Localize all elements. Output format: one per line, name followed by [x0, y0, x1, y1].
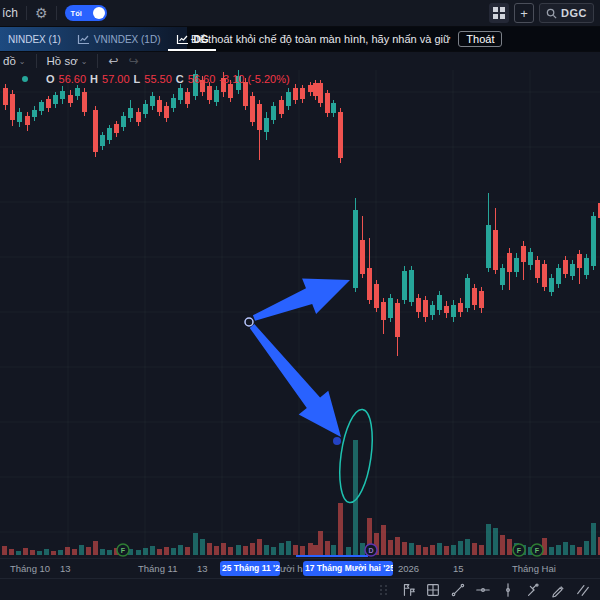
divider — [26, 6, 27, 20]
pitchfork-tool-icon[interactable] — [524, 581, 542, 599]
volume-bar — [264, 545, 269, 555]
volume-bar — [193, 533, 198, 555]
pen-tool-icon[interactable] — [549, 581, 567, 599]
volume-bar — [308, 543, 313, 555]
volume-bar — [437, 543, 442, 555]
horizontal-line-tool-icon[interactable] — [474, 581, 492, 599]
volume-bar — [185, 547, 190, 555]
volume-bar — [9, 549, 14, 555]
time-axis[interactable]: Tháng 1013Tháng 1113Mười hai202615Tháng … — [0, 558, 600, 578]
candle-body — [121, 116, 126, 127]
volume-bar — [178, 545, 183, 555]
highlighted-date-chip[interactable]: 17 Tháng Mười hai '25 — [303, 561, 393, 576]
vertical-line-tool-icon[interactable] — [499, 581, 517, 599]
volume-bar — [257, 539, 262, 555]
candle-body — [150, 96, 155, 106]
volume-bar — [79, 545, 84, 555]
candle-body — [528, 252, 533, 265]
volume-bar — [500, 535, 505, 555]
trend-line-tool-icon[interactable] — [449, 581, 467, 599]
volume-bar — [313, 545, 318, 555]
candle-body — [556, 268, 561, 284]
candle-body — [338, 112, 343, 158]
exit-fullscreen-button[interactable]: Thoát — [458, 31, 502, 47]
volume-bar — [214, 546, 219, 555]
divider — [36, 54, 37, 68]
candle-body — [185, 92, 190, 104]
candle-body — [200, 80, 205, 92]
chart-menu[interactable]: đồ ⌄ — [3, 55, 26, 67]
profile-menu[interactable]: Hồ sơ ⌄ — [47, 55, 88, 67]
arrow-annotation[interactable] — [250, 324, 341, 437]
candle-body — [279, 100, 284, 114]
grid-layout-tool-icon[interactable] — [424, 581, 442, 599]
volume-bar — [338, 503, 343, 555]
volume-bar — [58, 550, 63, 555]
drag-handle-icon[interactable] — [380, 585, 388, 595]
symbol-search[interactable]: DGC — [539, 3, 594, 23]
volume-bar — [570, 545, 575, 555]
volume-bar — [591, 523, 596, 555]
volume-bar — [271, 547, 276, 555]
add-chart-button[interactable]: + — [514, 3, 534, 23]
drawing-toolbar — [0, 578, 600, 600]
volume-bar — [228, 547, 233, 555]
event-marker-letter: D — [368, 547, 373, 554]
candle-body — [17, 112, 22, 122]
candle-body — [367, 268, 372, 300]
volume-bar — [584, 541, 589, 555]
candle-body — [114, 124, 119, 133]
volume-bar — [236, 545, 241, 555]
undo-button[interactable]: ↩ — [108, 55, 118, 67]
layout-grid-button[interactable] — [489, 3, 509, 23]
annotation-anchor[interactable] — [245, 318, 253, 326]
volume-bar — [507, 539, 512, 555]
candle-body — [472, 288, 477, 305]
volume-bar — [37, 551, 42, 555]
candle-body — [257, 104, 262, 130]
candle-body — [214, 90, 219, 102]
chart-icon — [77, 34, 90, 45]
volume-bar — [346, 547, 351, 555]
volume-bar — [107, 550, 112, 555]
volume-bar — [150, 546, 155, 555]
volume-bar — [451, 545, 456, 555]
candle-body — [68, 95, 73, 103]
annotation-anchor[interactable] — [333, 437, 341, 445]
event-marker-letter: F — [517, 547, 522, 554]
theme-toggle[interactable]: Tối — [65, 5, 107, 21]
candle-body — [374, 284, 379, 308]
time-axis-label: 2026 — [398, 563, 419, 574]
candle-body — [416, 298, 421, 312]
volume-bar — [136, 550, 141, 555]
topbar-menu-label[interactable]: ích — [2, 6, 18, 20]
flags-tool-icon[interactable] — [399, 581, 417, 599]
candle-body — [53, 95, 58, 104]
candle-body — [584, 258, 589, 275]
redo-button[interactable]: ↪ — [128, 55, 138, 67]
candle-body — [535, 260, 540, 278]
candle-body — [563, 260, 568, 274]
highlighted-date-chip[interactable]: 25 Tháng 11 '25 — [220, 561, 280, 576]
time-axis-label: 13 — [60, 563, 71, 574]
tab-vnindex-1d[interactable]: VNINDEX (1D) — [69, 27, 169, 51]
volume-bar — [549, 547, 554, 555]
candle-body — [549, 278, 554, 292]
volume-bar — [388, 540, 393, 555]
volume-bar — [279, 543, 284, 555]
chart-canvas[interactable]: FDFF — [0, 70, 600, 558]
gear-icon[interactable]: ⚙ — [35, 6, 48, 20]
candle-body — [228, 84, 233, 98]
volume-bar — [395, 537, 400, 555]
volume-bar — [293, 545, 298, 555]
volume-bar — [100, 549, 105, 555]
arrow-annotation[interactable] — [253, 279, 350, 321]
candle-body — [178, 88, 183, 100]
volume-bar — [479, 545, 484, 555]
tab-vnindex-1[interactable]: NINDEX (1) — [0, 27, 69, 51]
volume-bar — [171, 548, 176, 555]
candle-body — [318, 83, 323, 103]
parallel-channel-tool-icon[interactable] — [574, 581, 592, 599]
chart-tabs: NINDEX (1) VNINDEX (1D) DG — [0, 27, 187, 51]
candle-body — [136, 112, 141, 122]
